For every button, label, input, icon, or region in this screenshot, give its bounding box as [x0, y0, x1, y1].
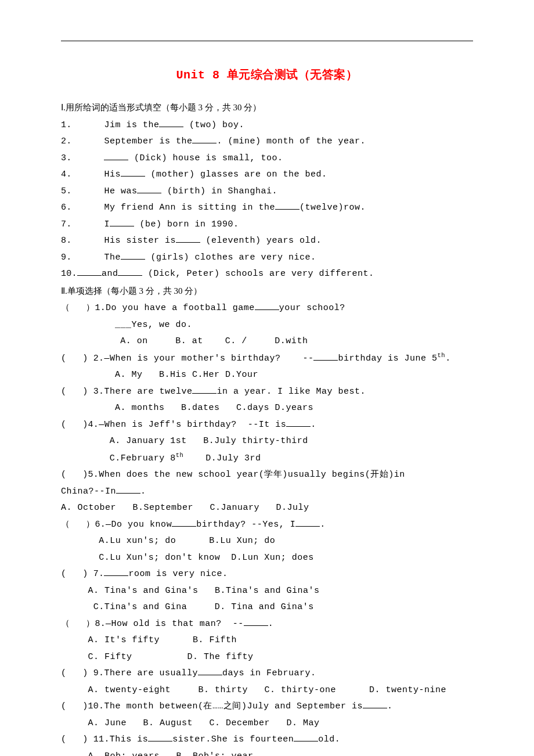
- stem-b: .: [268, 619, 274, 629]
- s2-q6: （ ）6.—Do you knowbirthday? --Yes, I.: [61, 517, 473, 534]
- blank: [255, 302, 279, 311]
- opts: A. on B. at C. / D.with: [120, 336, 308, 346]
- num: 2.: [61, 136, 72, 146]
- num: 4.: [61, 170, 72, 179]
- blank: [192, 135, 217, 144]
- num: ( ) 2.: [61, 354, 104, 363]
- s2-q7-opts2: C.Tina's and Gina D. Tina and Gina's: [61, 599, 473, 616]
- blank: [176, 235, 200, 243]
- txt-a: His: [104, 170, 121, 179]
- opts: A. My B.His C.Her D.Your: [115, 370, 258, 380]
- txt-a: He was: [104, 186, 137, 196]
- s2-q5: ( )5.When does the new school year(学年)us…: [61, 467, 473, 484]
- txt-a: I: [104, 219, 110, 229]
- blank: [192, 385, 217, 394]
- opts: A. October B.September C.January D.July: [61, 503, 309, 513]
- blank: [275, 201, 300, 210]
- blank: [159, 118, 183, 127]
- document-page: Unit 8 单元综合测试（无答案） Ⅰ.用所给词的适当形式填空（每小题 3 分…: [0, 0, 534, 756]
- s2-q9: ( ) 9.There are usuallydays in February.: [61, 665, 473, 682]
- s1-q10: 10.and (Dick, Peter) schools are very di…: [61, 266, 473, 283]
- txt-b: (birth) in Shanghai.: [161, 186, 277, 196]
- opts2-a: C.February 8: [110, 453, 176, 463]
- s2-q11: ( ) 11.This issister.She is fourteenold.: [61, 732, 473, 748]
- s1-q9: 9. The (girls) clothes are very nice.: [61, 250, 473, 267]
- blank: [104, 568, 128, 577]
- opts2: C.Tina's and Gina D. Tina and Gina's: [93, 602, 314, 612]
- opts1: A. Tina's and Gina's B.Tina's and Gina's: [88, 586, 320, 596]
- s2-q8: （ ）8.—How old is that man? --.: [61, 616, 473, 633]
- stem-a: This is: [110, 735, 149, 744]
- sup: th: [176, 452, 184, 459]
- s1-q4: 4. His (mother) glasses are on the bed.: [61, 167, 473, 183]
- s2-q4-opts1: A. January 1st B.July thirty-third: [61, 433, 473, 450]
- num: ( ) 3.: [61, 387, 104, 397]
- section-1-heading: Ⅰ.用所给词的适当形式填空（每小题 3 分，共 30 分）: [61, 99, 473, 116]
- s2-q5-opts: A. October B.September C.January D.July: [61, 500, 473, 517]
- blank: [363, 700, 387, 709]
- stem-a: There are twelve: [104, 387, 192, 397]
- s2-q7-opts1: A. Tina's and Gina's B.Tina's and Gina's: [61, 583, 473, 600]
- opts1: A. It's fifty B. Fifth: [88, 635, 237, 645]
- stem-a: Do you have a football game: [106, 303, 255, 313]
- s1-q7: 7. I (be) born in 1990.: [61, 217, 473, 233]
- line2-a: China?--In: [61, 487, 116, 496]
- txt-b: (mother) glasses are on the bed.: [145, 170, 327, 179]
- tail: .: [445, 354, 451, 363]
- opts: A. months B.dates C.days D.years: [115, 403, 313, 413]
- s1-q3: 3. (Dick) house is small, too.: [61, 150, 473, 167]
- s2-q10: ( )10.The month between(在……之间)July and S…: [61, 699, 473, 715]
- s2-q2: ( ) 2.—When is your mother's birthday? -…: [61, 350, 473, 368]
- s2-q1-opts: A. on B. at C. / D.with: [61, 333, 473, 350]
- txt-b: . (mine) month of the year.: [217, 136, 366, 146]
- txt-b: (two) boy.: [183, 120, 244, 130]
- stem-a: —Do you know: [106, 520, 172, 530]
- num: ( ) 9.: [61, 668, 104, 678]
- blank: [148, 733, 172, 742]
- num: 6.: [61, 203, 72, 213]
- s2-q6-opts1: A.Lu xun's; do B.Lu Xun; do: [61, 533, 473, 550]
- blank: [295, 518, 320, 527]
- s2-q9-opts: A. twenty-eight B. thirty C. thirty-one …: [61, 682, 473, 699]
- stem-b: birthday is June 5: [338, 354, 437, 363]
- opts2-b: D.July 3rd: [183, 453, 261, 463]
- stem-mid: birthday? --Yes, I: [196, 520, 295, 530]
- num: 10.: [61, 269, 77, 279]
- stem-b: .: [311, 420, 316, 430]
- num: （ ）8.: [61, 619, 106, 629]
- s2-q10-opts: A. June B. August C. December D. May: [61, 715, 473, 732]
- s2-q8-opts1: A. It's fifty B. Fifth: [61, 632, 473, 649]
- blank: [137, 185, 161, 193]
- blank: [116, 485, 140, 494]
- blank: [172, 518, 196, 527]
- top-rule: [61, 41, 473, 41]
- opts: A. twenty-eight B. thirty C. thirty-one …: [88, 685, 447, 695]
- stem-b: in a year. I like May best.: [217, 387, 366, 397]
- blank: [286, 418, 311, 427]
- txt-b: (eleventh) years old.: [200, 236, 322, 246]
- s1-q2: 2. September is the. (mine) month of the…: [61, 134, 473, 150]
- s2-q1-l2: ___Yes, we do.: [61, 317, 473, 334]
- num: 3.: [61, 153, 72, 163]
- blank: [118, 268, 142, 276]
- s1-q8: 8. His sister is (eleventh) years old.: [61, 233, 473, 250]
- blank: [77, 268, 102, 276]
- stem-a: There are usually: [104, 668, 198, 678]
- s2-q6-opts2: C.Lu Xun's; don't know D.Lun Xun; does: [61, 550, 473, 567]
- txt-b: (be) born in 1990.: [134, 219, 239, 229]
- stem-a: The month between(在……之间)July and Septemb…: [104, 701, 363, 711]
- num: （ ）1.: [61, 303, 106, 313]
- sup: th: [438, 352, 446, 359]
- txt-a: His sister is: [104, 236, 176, 246]
- opts1: A.Lu xun's; do B.Lu Xun; do: [99, 536, 275, 546]
- txt-b: (Dick) house is small, too.: [128, 153, 283, 163]
- num: 1.: [61, 120, 72, 130]
- blank: [313, 352, 338, 361]
- num: ( )10.: [61, 701, 104, 711]
- opts2: C. Fifty D. The fifty: [88, 652, 254, 662]
- stem-mid: sister.She is fourteen: [172, 735, 294, 744]
- txt-b: (Dick, Peter) schools are very different…: [142, 269, 374, 279]
- txt-b: (girls) clothes are very nice.: [145, 253, 316, 262]
- opts1: A. January 1st B.July thirty-third: [110, 436, 308, 446]
- blank: [121, 168, 145, 177]
